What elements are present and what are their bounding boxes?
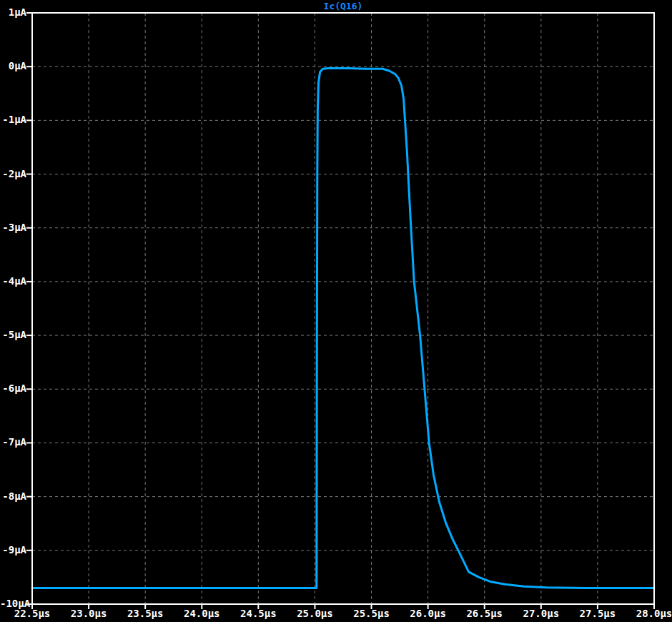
y-tick-label: -5µA <box>0 330 26 340</box>
y-tick-label: -10µA <box>0 598 26 609</box>
plot-canvas[interactable] <box>0 0 672 622</box>
x-tick-label: 24.0µs <box>176 608 227 619</box>
x-tick-label: 27.0µs <box>515 608 567 619</box>
x-tick-label: 28.0µs <box>628 608 672 619</box>
x-tick-label: 26.5µs <box>459 608 510 619</box>
waveform-viewer-pane: Ic(Q16) 22.5µs23.0µs23.5µs24.0µs24.5µs25… <box>0 0 672 622</box>
y-tick-label: 1µA <box>0 7 26 18</box>
x-tick-label: 25.0µs <box>289 608 340 619</box>
waveform-trace[interactable] <box>32 68 654 588</box>
x-tick-label: 27.5µs <box>572 608 623 619</box>
x-tick-label: 25.5µs <box>346 608 397 619</box>
x-tick-label: 23.5µs <box>119 608 171 619</box>
y-tick-label: -9µA <box>0 545 26 556</box>
y-tick-label: -6µA <box>0 383 26 394</box>
x-tick-label: 23.0µs <box>63 608 114 619</box>
y-tick-label: -1µA <box>0 114 26 125</box>
y-tick-label: -8µA <box>0 491 26 502</box>
y-tick-label: -3µA <box>0 222 26 233</box>
y-tick-label: -4µA <box>0 276 26 287</box>
x-tick-label: 24.5µs <box>232 608 284 619</box>
y-tick-label: -2µA <box>0 169 26 179</box>
y-tick-label: -7µA <box>0 437 26 448</box>
x-tick-label: 22.5µs <box>6 608 58 619</box>
x-tick-label: 26.0µs <box>402 608 454 619</box>
plot-border <box>32 13 654 604</box>
y-tick-label: 0µA <box>0 61 26 71</box>
